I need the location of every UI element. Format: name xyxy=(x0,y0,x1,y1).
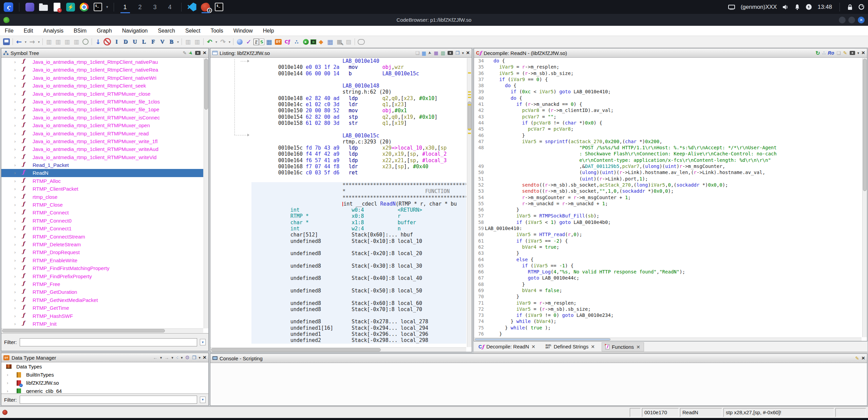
symbol-row[interactable]: ›ƒJava_io_antmedia_rtmp_1client_RTMPMuxe… xyxy=(1,121,203,129)
diamond-icon[interactable] xyxy=(317,38,325,46)
bolt-app-icon[interactable]: ⚡ xyxy=(65,2,76,12)
listing-line[interactable] xyxy=(251,282,466,288)
listing-line[interactable]: 0010e14c e1 02 c0 3d ldr q1,[x23] xyxy=(211,101,466,108)
tree-icon[interactable] xyxy=(292,38,301,46)
symbol-row[interactable]: ›ƒJava_io_antmedia_rtmp_1client_RtmpClie… xyxy=(1,58,203,66)
close-panel-icon[interactable]: × xyxy=(203,354,206,361)
chrome-icon[interactable] xyxy=(79,2,89,12)
bindoc-icon[interactable] xyxy=(253,39,259,45)
logout-icon[interactable] xyxy=(858,4,865,10)
snapshot-icon[interactable] xyxy=(195,51,201,55)
symbol-row[interactable]: ›ƒRTMP_Connect xyxy=(1,209,203,216)
symbol-row[interactable]: ›ƒrtmp_close xyxy=(1,193,203,201)
listing-line[interactable]: * FUNCTION xyxy=(251,188,466,194)
import-icon[interactable]: ➤ xyxy=(188,50,194,56)
listing-vscrollbar[interactable] xyxy=(467,58,472,347)
symbol-row[interactable]: ›ƒRTMP_GetDuration xyxy=(1,288,203,296)
decompile-line[interactable]: 46} xyxy=(476,133,862,139)
flag-f-icon[interactable] xyxy=(149,38,157,46)
decompile-line[interactable]: 49,&DAT_001129b5,pcVar7,(ulong)(uint)r->… xyxy=(476,164,862,170)
decompile-line[interactable]: 63} xyxy=(476,250,862,256)
menu-graph[interactable]: Graph xyxy=(97,28,112,34)
listing-line[interactable]: LAB_0010e148 xyxy=(211,83,466,89)
filter-tree-icon[interactable]: ⁖ xyxy=(176,355,178,360)
symbol-row[interactable]: ›ƒRTMP_GetTime xyxy=(1,304,203,312)
menu-window[interactable]: Window xyxy=(233,28,253,34)
decompile-line[interactable]: 43pcVar7 = ""; xyxy=(476,114,862,120)
volume-icon[interactable] xyxy=(782,4,789,10)
decompile-line[interactable]: 65if (iVar5 == -1) { xyxy=(476,263,862,269)
decompile-line[interactable]: 34do { xyxy=(476,58,862,64)
symbol-row[interactable]: ›ƒJava_io_antmedia_rtmp_1client_RTMPMuxe… xyxy=(1,90,203,98)
lock-icon[interactable] xyxy=(847,4,853,10)
save-icon[interactable] xyxy=(3,38,10,45)
symbol-row[interactable]: ›ƒRTMP_GetNextMediaPacket xyxy=(1,296,203,304)
symbol-row[interactable]: ›ƒRTMP_FindFirstMatchingProperty xyxy=(1,264,203,272)
decompile-line[interactable]: 76} xyxy=(476,331,862,337)
symbol-row[interactable]: ›ƒRTMP_ClientPacket xyxy=(1,185,203,193)
dtm-row[interactable]: ›BuiltInTypes xyxy=(1,371,208,379)
symbol-filter-input[interactable] xyxy=(20,338,197,346)
terminal-icon[interactable]: $_ xyxy=(93,2,103,12)
listing-line[interactable]: undefined2 Stack[-0x298... local_298 xyxy=(251,337,466,343)
decompile-line[interactable]: 60iVar5 = HTTP_read(r,0); xyxy=(476,232,862,238)
toggle-margin-icon[interactable]: ❐ xyxy=(455,50,460,56)
dtm-row[interactable]: ›generic_clib_64 xyxy=(1,387,208,393)
play-icon[interactable] xyxy=(301,38,310,46)
listing-line[interactable] xyxy=(251,244,466,250)
decompile-line[interactable]: 66RTMP_Log(4,"%s, No valid HTTP response… xyxy=(476,269,862,275)
listing-line[interactable]: undefined8 Stack[-0x30]:8 local_30 xyxy=(251,263,466,269)
edit-icon[interactable]: ✎ xyxy=(843,50,847,56)
symbol-row[interactable]: ›ƒJava_io_antmedia_rtmp_1client_RtmpClie… xyxy=(1,82,203,90)
menu-file[interactable]: File xyxy=(5,28,14,34)
fwd-icon[interactable] xyxy=(28,38,37,46)
sphere-icon[interactable] xyxy=(235,38,244,46)
symbol-row[interactable]: ›ƒReadN xyxy=(1,169,203,177)
decompile-line[interactable]: 55r->m_unackd = r->m_unackd + 1; xyxy=(476,201,862,207)
symbol-row[interactable]: ›ƒRTMP_Connect0 xyxy=(1,217,203,225)
workspace-1[interactable]: 1 xyxy=(119,1,131,14)
symbol-row[interactable]: ›ƒRTMP_Connect1 xyxy=(1,225,203,232)
decompile-line[interactable]: 64else { xyxy=(476,257,862,263)
settings-gear-icon[interactable]: ⚙ xyxy=(185,355,190,361)
listing-line[interactable]: 0010e160 f4 4f 42 a9 ldp x20,x19,[sp, #l… xyxy=(211,151,466,157)
listing-line[interactable]: undefined1 Stack[-0x296... local_296 xyxy=(251,331,466,337)
flag-d-icon[interactable] xyxy=(121,38,130,46)
filter-options-icon[interactable] xyxy=(200,397,206,403)
listing-line[interactable]: undefined8 Stack[-0x70]:8 local_70 xyxy=(251,306,466,312)
caret-icon[interactable] xyxy=(176,38,180,46)
decompile-line[interactable]: 50(ulong)(uint)(r->Link).hostname.av_len… xyxy=(476,170,862,176)
kali-menu-icon[interactable]: ς xyxy=(3,2,14,12)
close-button[interactable]: ✕ xyxy=(858,17,865,23)
listing-line[interactable]: ****************************************… xyxy=(251,182,466,188)
decompile-line[interactable]: 61if (iVar5 == -2) { xyxy=(476,238,862,244)
symbol-row[interactable]: ›ƒRead_1_Packet xyxy=(1,161,203,169)
copy-icon[interactable]: ❏ xyxy=(415,50,420,56)
decompile-vscrollbar[interactable] xyxy=(862,58,867,337)
listing-line[interactable]: undefined8 Stack[-0x40]:8 local_40 xyxy=(251,275,466,281)
flag-i-icon[interactable] xyxy=(112,38,121,46)
undo-icon[interactable] xyxy=(205,38,214,46)
decompile-line[interactable]: 39if (0xc < iVar5) goto LAB_0010e410; xyxy=(476,89,862,95)
copy-icon[interactable]: ❏ xyxy=(836,50,841,56)
tab-defined-strings[interactable]: 0101DAT Defined Strings✕ xyxy=(542,342,598,351)
decompile-line[interactable]: : Shockwave Flash\r\nConnection: Keep-Al… xyxy=(476,151,862,157)
decompile-line[interactable]: 68} xyxy=(476,282,862,288)
symbol-row[interactable]: ›ƒRTMP_Close xyxy=(1,201,203,209)
symbol-tree-header[interactable]: Symbol Tree ✎ ➤ × xyxy=(1,49,208,58)
back-icon[interactable]: ← xyxy=(153,355,158,360)
listing-line[interactable]: 0010e164 f6 57 41 a9 ldp x22,x21,[sp, #l… xyxy=(211,157,466,164)
snapshot-icon[interactable] xyxy=(448,51,453,55)
filter-options-icon[interactable] xyxy=(200,339,206,345)
decompile-header[interactable]: Cƒ Decompile: ReadN - (libfZKfZJfW.so) ↻… xyxy=(474,49,867,58)
listing-line[interactable]: RTMP * x0:8 r xyxy=(251,213,466,219)
symbol-row[interactable]: ›ƒJava_io_antmedia_rtmp_1client_RTMPMuxe… xyxy=(1,106,203,113)
network-icon[interactable] xyxy=(728,4,735,10)
close-panel-icon[interactable]: × xyxy=(203,50,206,56)
decompile-line[interactable]: 67goto LAB_0010e44c; xyxy=(476,275,862,281)
lib-icon[interactable] xyxy=(44,38,53,46)
chip-icon[interactable] xyxy=(310,39,316,44)
lib-icon[interactable] xyxy=(72,38,81,46)
listing-line[interactable]: 0010e150 20 00 80 52 mov obj,#0x1 xyxy=(211,108,466,114)
caret-icon[interactable] xyxy=(37,38,41,46)
